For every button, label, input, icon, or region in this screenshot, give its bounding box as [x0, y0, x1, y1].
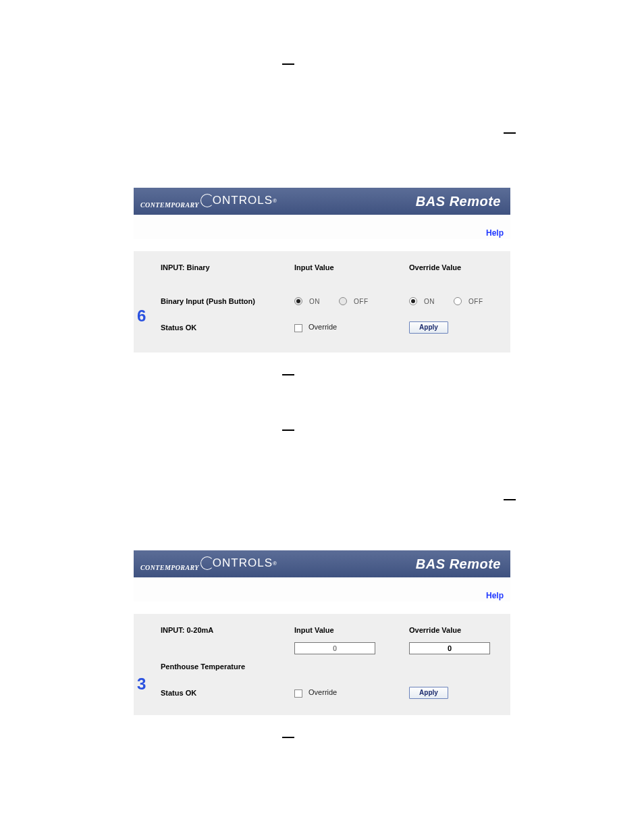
panel-header: CONTEMPORARY ONTROLS ® BAS Remote [134, 188, 510, 215]
input-value-radio-group: ON OFF [294, 297, 409, 305]
override-value-field[interactable]: 0 [409, 642, 490, 654]
panel-content: INPUT: 0-20mA Input Value Override Value… [134, 614, 510, 715]
gap [134, 602, 510, 614]
override-on-radio[interactable] [409, 297, 417, 305]
logo-contemporary: CONTEMPORARY [140, 201, 199, 209]
header-row: INPUT: Binary Input Value Override Value [161, 263, 497, 271]
status-row: Status OK Override Apply [161, 321, 497, 334]
input-off-label: OFF [354, 298, 369, 305]
override-checkbox-label: Override [308, 688, 337, 696]
brand-logo: CONTEMPORARY ONTROLS ® [140, 194, 277, 209]
help-bar: Help [134, 590, 510, 602]
channel-panel-3: CONTEMPORARY ONTROLS ® BAS Remote Help I… [134, 550, 510, 715]
override-off-radio[interactable] [454, 297, 462, 305]
help-link[interactable]: Help [486, 591, 504, 600]
input-value-field: 0 [294, 642, 375, 654]
input-type-header: INPUT: Binary [161, 263, 294, 271]
logo-c-circle-icon [200, 194, 214, 207]
product-title: BAS Remote [416, 194, 501, 209]
status-row: Status OK Override Apply [161, 687, 497, 699]
channel-number: 3 [137, 675, 146, 694]
divider-dash [504, 132, 516, 134]
apply-button[interactable]: Apply [409, 687, 448, 699]
header-light-bar [134, 577, 510, 590]
logo-c-circle-icon [200, 556, 214, 570]
status-text: Status OK [161, 689, 294, 697]
override-off-label: OFF [468, 298, 483, 305]
channel-name: Penthouse Temperature [161, 662, 294, 671]
header-row: INPUT: 0-20mA Input Value Override Value [161, 626, 497, 634]
help-bar: Help [134, 227, 510, 239]
gap [134, 239, 510, 251]
override-value-header: Override Value [409, 626, 497, 634]
channel-panel-6: CONTEMPORARY ONTROLS ® BAS Remote Help I… [134, 188, 510, 353]
channel-name: Binary Input (Push Button) [161, 297, 294, 305]
divider-dash [504, 499, 516, 500]
divider-dash [282, 737, 294, 738]
value-row: Binary Input (Push Button) ON OFF ON [161, 297, 497, 305]
logo-contemporary: CONTEMPORARY [140, 564, 199, 571]
divider-dash [282, 63, 294, 65]
logo-controls: ONTROLS ® [200, 194, 277, 207]
override-checkbox[interactable] [294, 689, 302, 698]
override-value-header: Override Value [409, 263, 497, 271]
product-title: BAS Remote [416, 556, 501, 572]
panel-content: INPUT: Binary Input Value Override Value… [134, 251, 510, 353]
input-type-header: INPUT: 0-20mA [161, 626, 294, 634]
status-text: Status OK [161, 323, 294, 332]
override-checkbox[interactable] [294, 324, 302, 332]
name-row: Penthouse Temperature [161, 662, 497, 671]
input-on-radio [294, 297, 302, 305]
override-value-radio-group: ON OFF [409, 297, 497, 305]
input-value-header: Input Value [294, 263, 409, 271]
panel-header: CONTEMPORARY ONTROLS ® BAS Remote [134, 550, 510, 577]
brand-logo: CONTEMPORARY ONTROLS ® [140, 556, 277, 571]
override-on-label: ON [424, 298, 435, 305]
help-link[interactable]: Help [486, 228, 504, 238]
apply-button[interactable]: Apply [409, 321, 448, 334]
input-value-header: Input Value [294, 626, 409, 634]
header-light-bar [134, 215, 510, 227]
override-checkbox-label: Override [308, 323, 337, 331]
channel-number: 6 [137, 307, 146, 325]
input-on-label: ON [309, 298, 320, 305]
logo-controls: ONTROLS ® [200, 556, 277, 570]
value-row: 0 0 [161, 642, 497, 654]
divider-dash [282, 429, 294, 431]
divider-dash [282, 374, 294, 375]
input-off-radio [339, 297, 347, 305]
